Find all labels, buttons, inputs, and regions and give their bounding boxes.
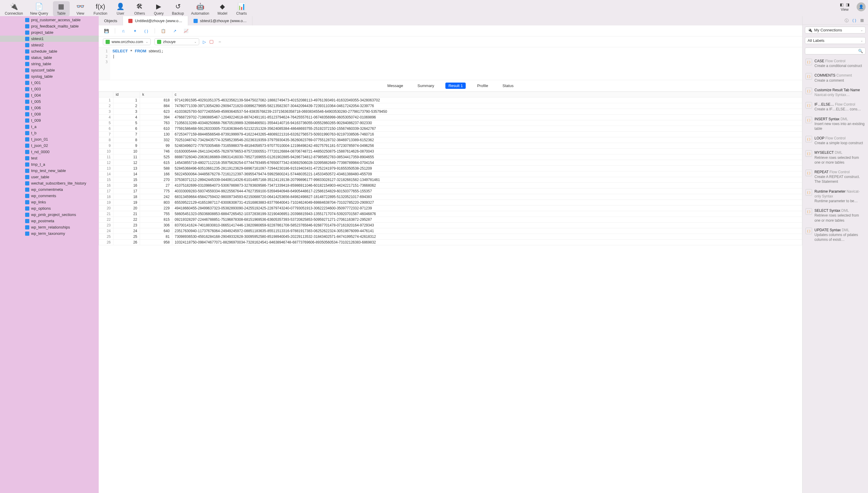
save-icon[interactable]: 💾: [104, 28, 109, 34]
tab-untitled[interactable]: Untitled@zhouye (www.o…: [123, 16, 188, 25]
sidebar-item-project_table[interactable]: project_table: [0, 29, 99, 36]
tool-charts[interactable]: 📊Charts: [233, 1, 250, 16]
snippet-customize-result-tab-name[interactable]: ( )Customize Result Tab Name Navicat-onl…: [804, 85, 867, 100]
sidebar-item-sysconf_table[interactable]: sysconf_table: [0, 67, 99, 73]
chart-icon[interactable]: 📈: [183, 28, 189, 34]
result-grid[interactable]: idkc1181897141991595-40291051375-4632356…: [99, 91, 802, 493]
result-tab-result-1[interactable]: Result 1: [446, 83, 466, 89]
table-row[interactable]: 202022949418660455-28499637323-053828930…: [99, 206, 802, 211]
stop-button[interactable]: [210, 40, 213, 44]
result-tab-message[interactable]: Message: [384, 83, 406, 89]
table-row[interactable]: 131358852845368496-60510661235-281191236…: [99, 166, 802, 171]
snippet-update-syntax[interactable]: ( )UPDATE Syntax DMLUpdates columns of p…: [804, 225, 867, 245]
tool-automation[interactable]: 🤖Automation: [189, 1, 212, 16]
sidebar-item-wp_comments[interactable]: wp_comments: [0, 193, 99, 199]
sidebar-item-t_004[interactable]: t_004: [0, 92, 99, 99]
table-row[interactable]: 212175558605451323-05036808853-688472654…: [99, 211, 802, 217]
tool-others[interactable]: 🛠Others: [131, 1, 148, 16]
sidebar-item-wp_term_relationships[interactable]: wp_term_relationships: [0, 224, 99, 230]
table-row[interactable]: 111152588887326040-20636186869-096314160…: [99, 154, 802, 160]
table-row[interactable]: 101074601630005444-26411042455-762979796…: [99, 149, 802, 154]
sidebar-item-wp_postmeta[interactable]: wp_postmeta: [0, 218, 99, 224]
sidebar-item-status_table[interactable]: status_table: [0, 55, 99, 61]
table-row[interactable]: 7713067253477159-88446566548-87391999979…: [99, 132, 802, 137]
tool-view[interactable]: 👓View: [72, 1, 89, 16]
snippet-runtime-parameter[interactable]: ( )Runtime Parameter Navicat-only Syntax…: [804, 187, 867, 206]
table-row[interactable]: 181824268313459664-65842759432-980097345…: [99, 194, 802, 200]
sidebar-item-t_json_01[interactable]: t_json_01: [0, 136, 99, 143]
sidebar-item-string_table[interactable]: string_table: [0, 61, 99, 67]
table-row[interactable]: 171777540333009283-59374559334-992255676…: [99, 189, 802, 194]
table-row[interactable]: 1181897141991595-40291051375-46323562139…: [99, 98, 802, 103]
explain-icon[interactable]: ⎓: [217, 39, 223, 45]
table-row[interactable]: 2288474780771339-39713054280-29094721820…: [99, 103, 802, 109]
tool-connection[interactable]: 🔌Connection: [2, 1, 25, 16]
result-tab-profile[interactable]: Profile: [474, 83, 491, 89]
table-row[interactable]: 3362341033825793-50772405549-45993640537…: [99, 109, 802, 114]
sidebar-item-wechat_subscribers_lite_history[interactable]: wechat_subscribers_lite_history: [0, 180, 99, 186]
sidebar-item-t_006[interactable]: t_006: [0, 105, 99, 111]
table-row[interactable]: 151527037538371212-28942445339-044091143…: [99, 177, 802, 183]
sidebar-item-proj_feedback_mailto_table[interactable]: proj_feedback_mailto_table: [0, 23, 99, 29]
table-row[interactable]: 6661077591586468-59126333005-73163638445…: [99, 126, 802, 132]
tool-query[interactable]: ▶Query: [150, 1, 167, 16]
labels-select[interactable]: All Labels ⌄: [805, 37, 866, 44]
table-row[interactable]: 999952483496072-77870305468-73165988379-…: [99, 143, 802, 149]
table-row[interactable]: 232330683700141624-74018830810-066514174…: [99, 222, 802, 228]
table-row[interactable]: 262695810324118750-098474677071-88296970…: [99, 240, 802, 245]
table-row[interactable]: 8833270251048742-73428435774-32585239546…: [99, 137, 802, 143]
format-icon[interactable]: ⎌: [121, 28, 127, 34]
snippet-if-else-[interactable]: ( )IF…ELSE… Flow ControlCreate a IF…ELSE…: [804, 100, 867, 114]
sidebar-item-t_json_02[interactable]: t_json_02: [0, 143, 99, 149]
run-button[interactable]: ▷: [203, 40, 206, 44]
sidebar-item-t_009[interactable]: t_009: [0, 117, 99, 124]
sidebar-item-user_table[interactable]: user_table: [0, 174, 99, 180]
table-row[interactable]: 242464023517630940-11737676064-249492459…: [99, 228, 802, 234]
col-rownum[interactable]: [99, 92, 113, 98]
sidebar-item-wp_links[interactable]: wp_links: [0, 199, 99, 205]
snippet-loop[interactable]: ( )LOOP Flow ControlCreate a simple loop…: [804, 133, 867, 148]
tool-backup[interactable]: ↺Backup: [170, 1, 186, 16]
copy-icon[interactable]: 📋: [160, 28, 166, 34]
sidebar-item-tmp_t_a[interactable]: tmp_t_a: [0, 161, 99, 168]
tool-model[interactable]: ◆Model: [214, 1, 231, 16]
sidebar-item-t_b[interactable]: t_b: [0, 130, 99, 136]
export-icon[interactable]: ↗: [172, 28, 178, 34]
view-panels[interactable]: ◧◨ View: [836, 1, 853, 12]
sql-editor[interactable]: 123 SELECT * FROM sbtest1; |: [99, 47, 802, 80]
sidebar-item-t_nd_0000[interactable]: t_nd_0000: [0, 149, 99, 155]
info-icon[interactable]: ⓘ: [845, 18, 849, 23]
avatar[interactable]: 👤: [856, 2, 866, 12]
sidebar-item-schedule_table[interactable]: schedule_table: [0, 48, 99, 55]
sidebar-item-wp_term_taxonomy[interactable]: wp_term_taxonomy: [0, 230, 99, 237]
tab-sbtest1[interactable]: sbtest1@zhouye (www.o…: [188, 16, 253, 25]
tool-table[interactable]: ▦Table: [53, 1, 70, 16]
tab-objects[interactable]: Objects: [99, 16, 123, 25]
tool-new-query[interactable]: 📄New Query: [28, 1, 50, 16]
table-row[interactable]: 121261514543855719-48027112216-359756282…: [99, 160, 802, 166]
sidebar-item-sbtest1[interactable]: sbtest1: [0, 36, 99, 42]
sidebar-item-wp_commentmeta[interactable]: wp_commentmeta: [0, 186, 99, 193]
table-row[interactable]: 222281509219328297-22446788851-751968783…: [99, 217, 802, 222]
tool-function[interactable]: f(x)Function: [91, 1, 110, 16]
result-tab-status[interactable]: Status: [499, 83, 517, 89]
snippet-insert-syntax[interactable]: ( )INSERT Syntax DMLInsert new rows into…: [804, 114, 867, 134]
sidebar-item-t_001[interactable]: t_001: [0, 80, 99, 86]
snippet-repeat[interactable]: ( )REPEAT Flow ControlCreate A REPEAT co…: [804, 167, 867, 187]
snippet-comments[interactable]: ( )COMMENTS CommentCreate a comment: [804, 71, 867, 85]
col-c[interactable]: c: [172, 92, 802, 98]
sql-code[interactable]: SELECT * FROM sbtest1; |: [110, 47, 802, 80]
table-row[interactable]: 141416658224500064-34485676278-721612123…: [99, 171, 802, 177]
table-row[interactable]: 5576371056313289-40348250668-76670519989…: [99, 120, 802, 126]
result-tab-summary[interactable]: Summary: [415, 83, 437, 89]
sidebar-item-t_003[interactable]: t_003: [0, 86, 99, 92]
host-select[interactable]: www.orczhou.com ⌄: [103, 38, 151, 45]
snippet-case[interactable]: ( )CASE Flow ControlCreate a conditional…: [804, 56, 867, 71]
snippet-select-syntax[interactable]: ( )SELECT Syntax DMLRetrieve rows select…: [804, 206, 867, 225]
connections-select[interactable]: 🔌 My Connections ⌄: [805, 27, 866, 34]
col-id[interactable]: id: [113, 92, 140, 98]
sidebar-item-wp_options[interactable]: wp_options: [0, 205, 99, 212]
search-snippets[interactable]: 🔍: [805, 47, 866, 55]
sidebar-item-sbtest2[interactable]: sbtest2: [0, 42, 99, 48]
code-snippet-icon[interactable]: ( ): [852, 18, 857, 23]
